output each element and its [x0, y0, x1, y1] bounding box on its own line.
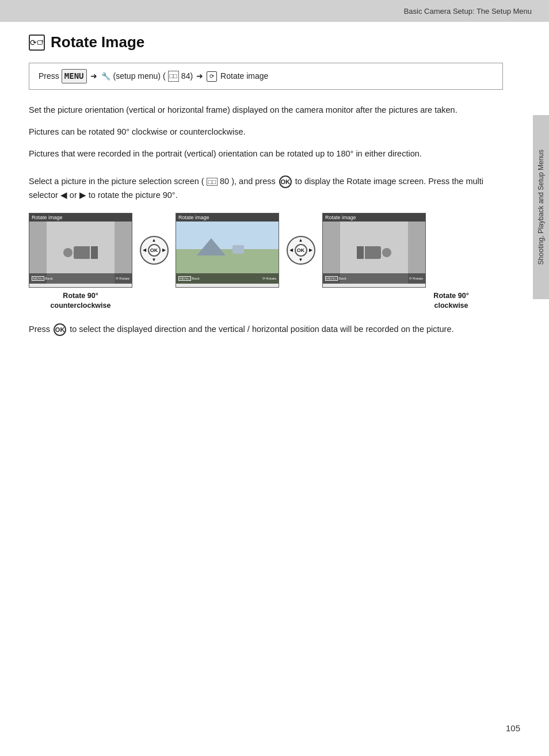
screen2-bottom-left: MENU Back: [178, 277, 200, 280]
body-para5: Press OK to select the displayed directi…: [29, 323, 503, 337]
screen2-title: Rotate image: [176, 213, 279, 222]
page-ref-icon2: □□: [207, 178, 218, 186]
camera-screen-2: Rotate image MENU Back ⟳ Rotate: [176, 213, 279, 288]
ctrl-arrow-left-2: ◀: [289, 248, 293, 253]
title-row: Rotate Image: [29, 33, 503, 51]
setup-menu-text: (setup menu) (: [113, 70, 166, 82]
screen3-title: Rotate image: [323, 213, 425, 222]
header-title: Basic Camera Setup: The Setup Menu: [404, 7, 532, 16]
ctrl-arrow-bottom-1: ▼: [152, 258, 157, 262]
screen3-bottom: MENU Back ⟳ Rotate: [323, 273, 425, 284]
rotate-text: Rotate image: [220, 70, 268, 82]
screen2-bottom: MENU Back ⟳ Rotate: [176, 273, 279, 284]
header-bar: Basic Camera Setup: The Setup Menu: [0, 0, 549, 22]
ctrl-arrow-right-1: ▶: [162, 248, 166, 253]
screen1-bottom-right: ⟳ Rotate: [116, 276, 129, 280]
ctrl-arrow-right-2: ▶: [308, 248, 313, 253]
rotate-image-icon: [29, 35, 45, 51]
arrow1: ➜: [90, 70, 97, 82]
controller-icon-2: ▲ ▼ ◀ ▶ OK: [285, 234, 317, 266]
body-para4: Select a picture in the picture selectio…: [29, 175, 503, 203]
captions-row: Rotate 90°counterclockwise Rotate 90°clo…: [29, 291, 503, 311]
ls-mountain: [197, 238, 226, 255]
screen1-bottom-left: MENU Back: [32, 277, 53, 280]
sidebar-label: Shooting, Playback and Setup Menus: [536, 150, 546, 265]
wrench-icon: 🔧: [101, 71, 111, 82]
page-ref-num: 84): [181, 70, 193, 82]
body-para2: Pictures can be rotated 90° clockwise or…: [29, 125, 503, 139]
body-para3: Pictures that were recorded in the portr…: [29, 147, 503, 161]
page-ref-icon: □□: [168, 71, 179, 82]
screen3-body: MENU Back ⟳ Rotate: [323, 222, 425, 284]
caption-right-text: Rotate 90°clockwise: [433, 292, 468, 310]
page-number: 105: [506, 723, 520, 733]
ctrl-ok-2: OK: [295, 244, 307, 257]
ok-button-inline: OK: [279, 175, 292, 188]
body-para1: Set the picture orientation (vertical or…: [29, 104, 503, 117]
svg-rect-0: [37, 40, 42, 44]
screen2-body: MENU Back ⟳ Rotate: [176, 222, 279, 284]
ctrl-arrow-top-2: ▲: [299, 238, 303, 243]
ctrl-ok-1: OK: [148, 244, 161, 257]
main-content: Rotate Image Press MENU ➜ 🔧 (setup menu)…: [0, 22, 549, 379]
ctrl-arrow-bottom-2: ▼: [299, 258, 303, 262]
screen1-body: MENU Back ⟳ Rotate: [29, 222, 132, 284]
camera-screen-3: Rotate image MENU Back: [322, 213, 426, 288]
screen1-bottom: MENU Back ⟳ Rotate: [29, 273, 132, 284]
rotate-icon-inline: ⟳: [207, 71, 217, 82]
arrow2: ➜: [196, 70, 203, 82]
ls-sky: [176, 222, 279, 250]
screen1-title: Rotate image: [29, 213, 132, 222]
page-ref-80: 80: [220, 177, 229, 186]
sidebar-tab: Shooting, Playback and Setup Menus: [533, 115, 549, 299]
caption-right: Rotate 90°clockwise: [399, 291, 503, 311]
menu-key: MENU: [62, 69, 87, 83]
images-section: Rotate image M: [29, 213, 503, 311]
menu-path-box: Press MENU ➜ 🔧 (setup menu) ( □□ 84) ➜ ⟳…: [29, 63, 503, 90]
page-title: Rotate Image: [51, 33, 144, 51]
ok-button-inline-2: OK: [54, 323, 66, 336]
screen2-bottom-right: ⟳ Rotate: [262, 276, 276, 280]
images-row: Rotate image M: [29, 213, 503, 288]
press-label: Press: [39, 70, 59, 82]
ctrl-outer-1: ▲ ▼ ◀ ▶ OK: [140, 236, 169, 265]
camera-screen-1: Rotate image M: [29, 213, 132, 288]
screen3-bottom-left: MENU Back: [325, 277, 346, 280]
ctrl-arrow-top-1: ▲: [152, 238, 157, 243]
ctrl-outer-2: ▲ ▼ ◀ ▶ OK: [287, 236, 315, 265]
controller-icon-1: ▲ ▼ ◀ ▶ OK: [138, 234, 170, 266]
caption-left-text: Rotate 90°counterclockwise: [51, 292, 111, 310]
caption-left: Rotate 90°counterclockwise: [29, 291, 132, 311]
ctrl-arrow-left-1: ◀: [142, 248, 147, 253]
screen3-bottom-right: ⟳ Rotate: [409, 276, 423, 280]
